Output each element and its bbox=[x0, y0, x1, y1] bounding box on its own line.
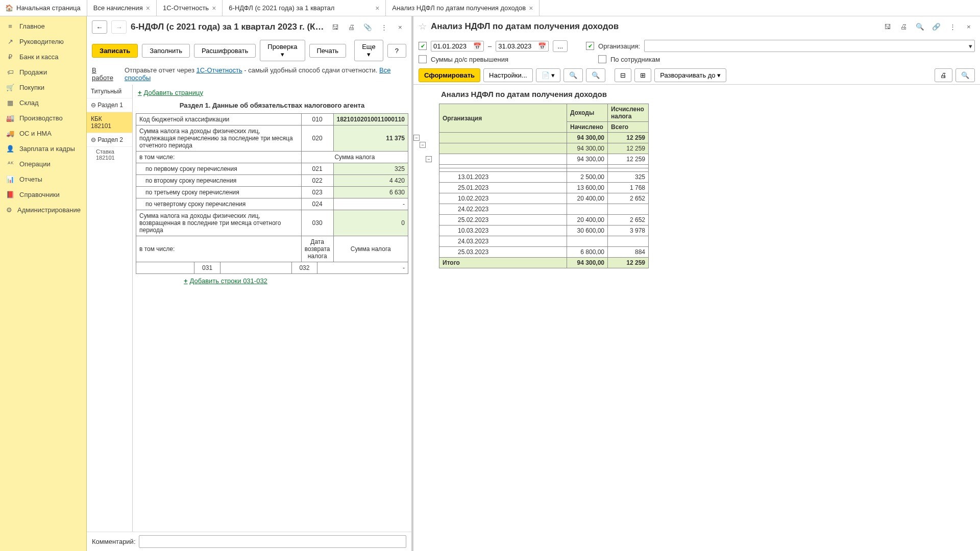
nav-rate[interactable]: Ставка 182101 bbox=[87, 147, 132, 162]
close-panel-icon[interactable]: × bbox=[394, 21, 406, 33]
report-row[interactable]: 94 300,0012 259 bbox=[439, 143, 649, 154]
comment-input[interactable] bbox=[139, 535, 407, 548]
date-to-input[interactable]: 📅 bbox=[496, 41, 549, 52]
report-row[interactable]: 25.02.202320 400,002 652 bbox=[439, 215, 649, 226]
excess-checkbox[interactable] bbox=[419, 55, 427, 63]
sidebar-item-admin[interactable]: ⚙Администрирование bbox=[0, 202, 86, 217]
tab-home[interactable]: 🏠 Начальная страница bbox=[0, 0, 87, 16]
status-box[interactable]: В работе bbox=[92, 66, 118, 82]
report-row[interactable]: 10.03.202330 600,003 978 bbox=[439, 226, 649, 236]
tab-1c-report[interactable]: 1С-Отчетность × bbox=[157, 0, 223, 16]
preview-icon[interactable]: 🔍 bbox=[914, 20, 926, 33]
sidebar-item-manager[interactable]: ↗Руководителю bbox=[0, 34, 86, 49]
link-1c[interactable]: 1С-Отчетность bbox=[197, 66, 242, 74]
report-row[interactable]: 94 300,0012 259 bbox=[439, 133, 649, 143]
date-checkbox[interactable]: ✔ bbox=[419, 42, 427, 50]
sidebar-item-operations[interactable]: ᴬᴷОперации bbox=[0, 156, 86, 171]
sidebar-item-purchases[interactable]: 🛒Покупки bbox=[0, 80, 86, 95]
fill-button[interactable]: Заполнить bbox=[142, 44, 190, 58]
nav-title[interactable]: Титульный bbox=[87, 85, 132, 98]
tab-accruals[interactable]: Все начисления × bbox=[87, 0, 157, 16]
nav-section1[interactable]: ⊖ Раздел 1 bbox=[87, 98, 132, 112]
r024-val[interactable]: - bbox=[333, 198, 408, 210]
tree-toggle[interactable]: − bbox=[426, 156, 432, 162]
expand-to-button[interactable]: Разворачивать до ▾ bbox=[654, 68, 726, 82]
report-row[interactable]: 24.03.2023 bbox=[439, 236, 649, 247]
close-icon[interactable]: × bbox=[529, 4, 533, 12]
r030-val[interactable]: 0 bbox=[333, 210, 408, 236]
nav-section2[interactable]: ⊖ Раздел 2 bbox=[87, 133, 132, 147]
employee-checkbox[interactable] bbox=[598, 55, 606, 63]
write-button[interactable]: Записать bbox=[92, 44, 138, 58]
close-icon[interactable]: × bbox=[146, 4, 150, 12]
report-row[interactable]: 24.02.2023 bbox=[439, 204, 649, 215]
sidebar-item-assets[interactable]: 🚚ОС и НМА bbox=[0, 126, 86, 141]
date-picker-button[interactable]: ... bbox=[553, 40, 568, 52]
forward-button[interactable]: → bbox=[111, 20, 127, 34]
report-row[interactable]: 94 300,0012 259 bbox=[439, 154, 649, 165]
save-icon[interactable]: 🖫 bbox=[881, 20, 893, 33]
tab-6ndfl[interactable]: 6-НДФЛ (с 2021 года) за 1 квартал × bbox=[223, 0, 386, 16]
collapse-button[interactable]: ⊟ bbox=[615, 68, 631, 82]
r031-val[interactable] bbox=[220, 262, 291, 274]
r010-val[interactable]: 18210102010011000110 bbox=[333, 114, 408, 126]
including-label: в том числе: bbox=[136, 152, 302, 163]
sidebar-item-salary[interactable]: 👤Зарплата и кадры bbox=[0, 141, 86, 156]
sidebar-item-main[interactable]: ≡Главное bbox=[0, 18, 86, 34]
expand-all-button[interactable]: ⊞ bbox=[634, 68, 651, 82]
r032-val[interactable]: - bbox=[317, 262, 408, 274]
tree-toggle[interactable]: − bbox=[420, 142, 426, 148]
close-icon[interactable]: × bbox=[212, 4, 216, 12]
add-page-link[interactable]: Добавить страницу bbox=[136, 88, 205, 97]
report-row[interactable]: 13.01.20232 500,00325 bbox=[439, 172, 649, 183]
preview-report-button[interactable]: 🔍 bbox=[955, 68, 975, 82]
decode-button[interactable]: Расшифровать bbox=[194, 44, 256, 58]
tree-toggle[interactable]: − bbox=[413, 135, 420, 141]
nav-kbk[interactable]: КБК 182101 bbox=[87, 112, 132, 133]
attach-icon[interactable]: 📎 bbox=[361, 21, 374, 33]
more-button[interactable]: Еще ▾ bbox=[354, 40, 383, 61]
print-report-button[interactable]: 🖨 bbox=[935, 68, 952, 82]
more-icon[interactable]: ⋮ bbox=[378, 21, 390, 33]
calendar-icon[interactable]: 📅 bbox=[538, 42, 546, 50]
link-icon[interactable]: 🔗 bbox=[930, 20, 942, 33]
date-from-input[interactable]: 📅 bbox=[431, 41, 484, 52]
r023-val[interactable]: 6 630 bbox=[333, 187, 408, 198]
r020-val[interactable]: 11 375 bbox=[333, 126, 408, 152]
sidebar-item-refs[interactable]: 📕Справочники bbox=[0, 187, 86, 202]
tab-analysis[interactable]: Анализ НДФЛ по датам получения доходов × bbox=[386, 0, 540, 16]
star-icon[interactable]: ☆ bbox=[419, 21, 427, 32]
org-checkbox[interactable]: ✔ bbox=[586, 42, 594, 50]
settings-button[interactable]: Настройки... bbox=[483, 68, 533, 82]
report-row[interactable]: 10.02.202320 400,002 652 bbox=[439, 193, 649, 204]
sidebar-item-bank[interactable]: ₽Банк и касса bbox=[0, 49, 86, 64]
add-rows-link[interactable]: Добавить строки 031-032 bbox=[182, 276, 270, 286]
sidebar-item-warehouse[interactable]: ▦Склад bbox=[0, 95, 86, 110]
check-button[interactable]: Проверка ▾ bbox=[260, 40, 305, 61]
report-row[interactable] bbox=[439, 168, 649, 172]
refind-button[interactable]: 🔍 bbox=[586, 68, 605, 82]
variant-button[interactable]: 📄 ▾ bbox=[536, 68, 561, 82]
more-icon[interactable]: ⋮ bbox=[946, 20, 959, 33]
sidebar-item-production[interactable]: 🏭Производство bbox=[0, 110, 86, 126]
sidebar-item-reports[interactable]: 📊Отчеты bbox=[0, 171, 86, 187]
r022-val[interactable]: 4 420 bbox=[333, 175, 408, 187]
find-button[interactable]: 🔍 bbox=[564, 68, 583, 82]
r021-val[interactable]: 325 bbox=[333, 163, 408, 175]
report-row[interactable] bbox=[439, 165, 649, 168]
close-icon[interactable]: × bbox=[375, 4, 379, 12]
help-button[interactable]: ? bbox=[387, 44, 406, 58]
print-icon[interactable]: 🖨 bbox=[897, 20, 910, 33]
report-row[interactable]: 25.01.202313 600,001 768 bbox=[439, 183, 649, 193]
generate-button[interactable]: Сформировать bbox=[419, 68, 480, 82]
print-button[interactable]: Печать bbox=[309, 44, 347, 58]
calendar-icon[interactable]: 📅 bbox=[473, 42, 481, 50]
save-icon[interactable]: 🖫 bbox=[329, 21, 341, 33]
close-panel-icon[interactable]: × bbox=[963, 20, 975, 33]
org-select[interactable]: ▾ bbox=[644, 40, 975, 52]
sidebar-item-sales[interactable]: 🏷Продажи bbox=[0, 64, 86, 80]
report-row[interactable]: 25.03.20236 800,00884 bbox=[439, 247, 649, 258]
print-icon[interactable]: 🖨 bbox=[345, 21, 357, 33]
back-button[interactable]: ← bbox=[92, 20, 107, 34]
panel-6ndfl: ← → 6-НДФЛ (с 2021 года) за 1 квартал 20… bbox=[87, 16, 413, 551]
